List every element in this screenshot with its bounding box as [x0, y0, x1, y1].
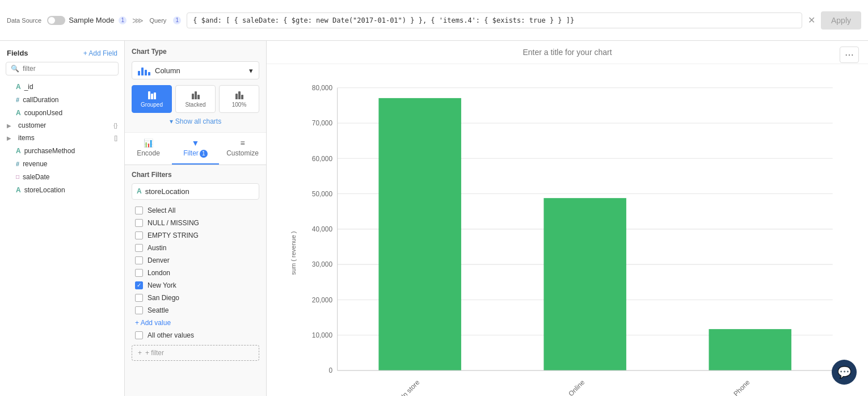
chart-title-input[interactable]	[482, 48, 652, 57]
field-item-_id[interactable]: A _id	[0, 80, 124, 93]
filter-options-list: Select AllNULL / MISSINGEMPTY STRINGAust…	[132, 204, 259, 317]
checkbox[interactable]	[135, 294, 143, 302]
svg-text:40,000: 40,000	[312, 225, 333, 233]
tab-encode[interactable]: 📊Encode	[125, 133, 172, 165]
chart-type-title: Chart Type	[132, 48, 259, 56]
field-item-revenue[interactable]: # revenue	[0, 157, 124, 170]
sample-mode-switch[interactable]	[47, 16, 65, 25]
clear-query-button[interactable]: ✕	[808, 15, 815, 26]
svg-text:60,000: 60,000	[312, 155, 333, 163]
chart-area: ⋯ sum ( revenue ) 010,00020,00030,00040,…	[267, 41, 868, 396]
chart-type-dropdown[interactable]: Column ▾	[132, 61, 259, 79]
query-badge: 1	[173, 16, 181, 24]
filter-option-label: Austin	[148, 244, 166, 252]
tab-customize[interactable]: ≡Customize	[219, 133, 266, 165]
add-field-button[interactable]: + Add Field	[83, 49, 117, 57]
chart-type-section: Chart Type Column ▾ Grouped Stacked 100%	[125, 41, 266, 133]
field-item-items[interactable]: ▶ items []	[0, 132, 124, 144]
field-search-input[interactable]	[23, 65, 113, 73]
chart-variant-grouped[interactable]: Grouped	[132, 85, 172, 113]
chart-header: ⋯	[267, 41, 868, 64]
data-source-label: Data Source	[7, 17, 41, 24]
field-type-icon: □	[16, 174, 19, 180]
str-icon: A	[16, 186, 21, 194]
chart-svg: 010,00020,00030,00040,00050,00060,00070,…	[301, 75, 851, 396]
filter-option-null-/-missing[interactable]: NULL / MISSING	[132, 217, 259, 229]
filter-option-london[interactable]: London	[132, 267, 259, 279]
checkbox[interactable]	[135, 231, 143, 239]
field-item-callDuration[interactable]: # callDuration	[0, 93, 124, 106]
filter-option-denver[interactable]: Denver	[132, 254, 259, 267]
field-name: revenue	[23, 160, 117, 168]
field-name: couponUsed	[24, 109, 117, 117]
filter-section-title: Chart Filters	[132, 171, 259, 179]
field-item-saleDate[interactable]: □ saleDate	[0, 170, 124, 183]
filter-option-new-york[interactable]: New York	[132, 279, 259, 292]
filter-field-header: A storeLocation	[132, 183, 259, 200]
center-tabs: 📊Encode▼Filter1≡Customize	[125, 133, 266, 165]
checkbox[interactable]	[135, 219, 143, 227]
variant-icon	[148, 90, 156, 99]
chart-variant-stacked[interactable]: Stacked	[175, 85, 216, 113]
checkbox[interactable]	[135, 256, 143, 264]
field-type-icon: #	[16, 161, 19, 167]
field-name: storeLocation	[24, 186, 117, 194]
chart-options-button[interactable]: ⋯	[840, 47, 859, 63]
filter-option-select-all[interactable]: Select All	[132, 204, 259, 217]
sample-mode-label: Sample Mode	[69, 16, 114, 24]
fields-sidebar: Fields + Add Field 🔍 A _id # callDuratio…	[0, 41, 125, 396]
query-input[interactable]: { $and: [ { saleDate: { $gte: new Date("…	[187, 12, 802, 28]
field-name: callDuration	[23, 96, 117, 104]
field-name: _id	[24, 83, 117, 91]
field-item-customer[interactable]: ▶ customer {}	[0, 119, 124, 132]
filter-placeholder: + filter	[145, 349, 164, 357]
show-all-charts-link[interactable]: ▾ Show all charts	[132, 117, 259, 125]
no-expand	[7, 82, 12, 91]
chart-variant-100%[interactable]: 100%	[219, 85, 259, 113]
filter-option-san-diego[interactable]: San Diego	[132, 292, 259, 304]
checkbox[interactable]	[135, 269, 143, 277]
center-panel: Chart Type Column ▾ Grouped Stacked 100%	[125, 41, 267, 396]
filter-field-type-icon: A	[137, 187, 142, 195]
plus-icon: +	[138, 349, 142, 357]
arrow-button[interactable]: ⋙	[132, 16, 144, 25]
tab-badge: 1	[200, 150, 208, 158]
date-icon: □	[16, 174, 19, 180]
checkbox[interactable]	[135, 244, 143, 252]
filter-option-label: Denver	[148, 256, 170, 264]
field-name: purchaseMethod	[24, 147, 117, 155]
chart-variants: Grouped Stacked 100%	[132, 85, 259, 113]
main-layout: Fields + Add Field 🔍 A _id # callDuratio…	[0, 41, 868, 396]
checkbox[interactable]	[135, 306, 143, 314]
toggle-knob	[48, 17, 55, 24]
svg-text:In store: In store	[399, 378, 421, 396]
field-item-purchaseMethod[interactable]: A purchaseMethod	[0, 144, 124, 157]
svg-rect-18	[378, 98, 461, 370]
tab-label: Customize	[226, 149, 259, 157]
str-icon: A	[16, 147, 21, 155]
tab-filter[interactable]: ▼Filter1	[172, 133, 219, 165]
expand-icon: ▶	[7, 135, 11, 141]
filter-option-seattle[interactable]: Seattle	[132, 304, 259, 317]
add-value-button[interactable]: + Add value	[132, 317, 174, 329]
filter-option-austin[interactable]: Austin	[132, 242, 259, 254]
sample-mode-toggle[interactable]: Sample Mode 1	[47, 16, 127, 25]
checkbox[interactable]	[135, 281, 143, 289]
filter-option-empty-string[interactable]: EMPTY STRING	[132, 229, 259, 242]
chat-bubble-button[interactable]: 💬	[832, 360, 857, 385]
filter-input-box[interactable]: + + filter	[132, 345, 259, 361]
field-item-storeLocation[interactable]: A storeLocation	[0, 183, 124, 196]
encode-icon: 📊	[144, 138, 153, 148]
field-item-couponUsed[interactable]: A couponUsed	[0, 106, 124, 119]
field-type-icon: A	[16, 83, 21, 91]
field-type-icon: A	[16, 186, 21, 194]
field-search-box[interactable]: 🔍	[6, 62, 119, 75]
all-other-checkbox[interactable]	[135, 331, 143, 339]
all-other-values-item[interactable]: All other values	[132, 329, 259, 342]
apply-button[interactable]: Apply	[821, 11, 861, 30]
chevron-down-icon: ▾	[249, 66, 253, 75]
filter-field-label: storeLocation	[145, 187, 189, 196]
checkbox[interactable]	[135, 207, 143, 214]
filter-option-label: Select All	[148, 207, 175, 214]
customize-icon: ≡	[240, 138, 245, 148]
